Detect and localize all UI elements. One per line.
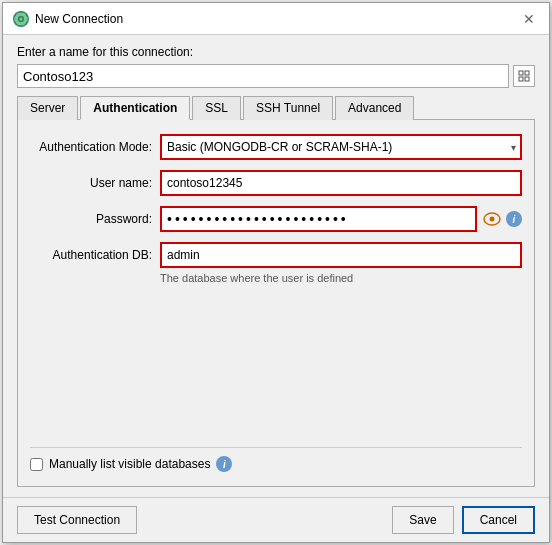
svg-rect-7 (525, 77, 529, 81)
password-control: i (160, 206, 522, 232)
username-label: User name: (30, 176, 160, 190)
svg-point-3 (20, 17, 23, 20)
auth-mode-control: Basic (MONGODB-CR or SCRAM-SHA-1) ▾ (160, 134, 522, 160)
title-bar-left: New Connection (13, 11, 123, 27)
authdb-hint: The database where the user is defined (160, 272, 522, 284)
title-text: New Connection (35, 12, 123, 26)
app-icon (13, 11, 29, 27)
connection-name-label: Enter a name for this connection: (17, 45, 535, 59)
tab-advanced[interactable]: Advanced (335, 96, 414, 120)
grid-icon-button[interactable] (513, 65, 535, 87)
tab-authentication[interactable]: Authentication (80, 96, 190, 120)
footer-right-buttons: Save Cancel (392, 506, 535, 534)
title-bar: New Connection ✕ (3, 3, 549, 35)
save-button[interactable]: Save (392, 506, 453, 534)
checkbox-label: Manually list visible databases (49, 457, 210, 471)
svg-rect-4 (519, 71, 523, 75)
tab-ssh-tunnel[interactable]: SSH Tunnel (243, 96, 333, 120)
tabs: Server Authentication SSL SSH Tunnel Adv… (17, 96, 535, 120)
password-row: Password: i (30, 206, 522, 232)
password-label: Password: (30, 212, 160, 226)
authdb-label: Authentication DB: (30, 248, 160, 262)
password-info-icon[interactable]: i (506, 211, 522, 227)
authdb-row: Authentication DB: (30, 242, 522, 268)
svg-rect-6 (519, 77, 523, 81)
auth-mode-row: Authentication Mode: Basic (MONGODB-CR o… (30, 134, 522, 160)
authdb-input[interactable] (160, 242, 522, 268)
authdb-control (160, 242, 522, 268)
password-icons: i (481, 208, 522, 230)
new-connection-dialog: New Connection ✕ Enter a name for this c… (2, 2, 550, 543)
connection-name-row (17, 64, 535, 88)
checkbox-row: Manually list visible databases i (30, 456, 522, 472)
test-connection-button[interactable]: Test Connection (17, 506, 137, 534)
username-input[interactable] (160, 170, 522, 196)
svg-rect-5 (525, 71, 529, 75)
connection-name-input[interactable] (17, 64, 509, 88)
tab-server[interactable]: Server (17, 96, 78, 120)
svg-point-9 (490, 217, 495, 222)
cancel-button[interactable]: Cancel (462, 506, 535, 534)
username-row: User name: (30, 170, 522, 196)
divider (30, 447, 522, 448)
dialog-footer: Test Connection Save Cancel (3, 497, 549, 542)
tab-ssl[interactable]: SSL (192, 96, 241, 120)
password-input[interactable] (160, 206, 477, 232)
username-control (160, 170, 522, 196)
tab-content-authentication: Authentication Mode: Basic (MONGODB-CR o… (17, 120, 535, 487)
close-button[interactable]: ✕ (519, 9, 539, 29)
auth-mode-label: Authentication Mode: (30, 140, 160, 154)
checkbox-info-icon[interactable]: i (216, 456, 232, 472)
manually-list-checkbox[interactable] (30, 458, 43, 471)
dialog-body: Enter a name for this connection: Server… (3, 35, 549, 497)
auth-mode-select[interactable]: Basic (MONGODB-CR or SCRAM-SHA-1) (160, 134, 522, 160)
toggle-password-button[interactable] (481, 208, 503, 230)
